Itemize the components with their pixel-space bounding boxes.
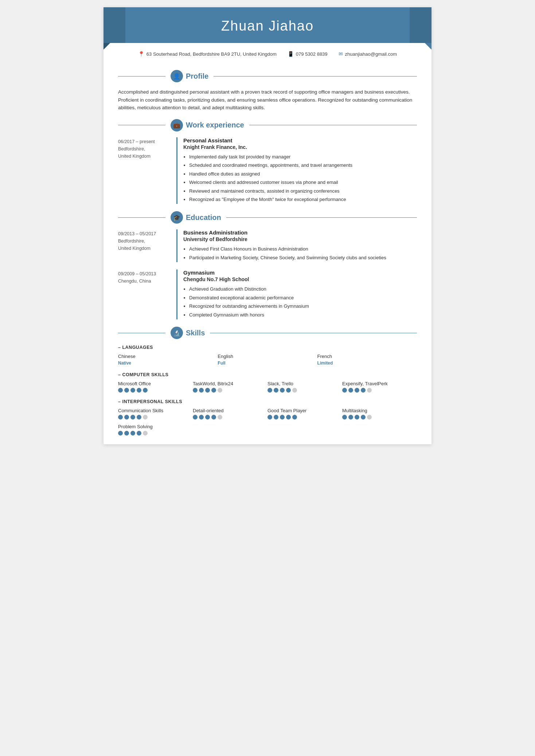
section-line-left-work [118,125,165,125]
work-icon: 💼 [171,119,183,131]
dot [130,388,135,393]
bullet: Demonstrated exceptional academic perfor… [189,294,417,302]
dot [124,431,129,436]
dot [280,415,285,420]
interpersonal-skills-title: INTERPERSONAL SKILLS [118,399,417,404]
lang-level-0: Native [118,361,131,366]
section-line-right-edu [226,217,417,218]
dot-empty [367,388,372,393]
edu-entry-1-date: 09/2009 – 05/2013Chengdu, China [118,269,169,319]
inter-item-2: Good Team Player [268,408,342,420]
candidate-name: Zhuan Jiahao [104,18,431,34]
inter-name-4: Problem Solving [118,424,153,429]
section-line-left-edu [118,217,165,218]
dot [205,388,210,393]
inter-dots-4 [118,431,148,436]
inter-name-0: Communication Skills [118,408,163,413]
address-item: 📍 63 Souterhead Road, Bedfordshire BA9 2… [138,51,277,57]
dot [348,388,353,393]
comp-item-1: TaskWorld, Bitrix24 [193,381,268,393]
work-entry-0-title: Personal Assistant [183,137,417,143]
bullet: Implemented daily task list provided by … [189,153,417,161]
dot [130,431,135,436]
computer-skills-title: COMPUTER SKILLS [118,372,417,377]
lang-item-0: Chinese Native [118,354,218,366]
dot [193,415,198,420]
dot-empty [218,388,222,393]
dot [361,415,366,420]
dot [211,388,216,393]
edu-entry-1-org: Chengdu No.7 High School [183,276,417,282]
profile-section-header: 👤 Profile [118,70,417,82]
dot [342,415,347,420]
inter-item-1: Detail-oriented [193,408,268,420]
languages-title: LANGUAGES [118,345,417,350]
contact-bar: 📍 63 Souterhead Road, Bedfordshire BA9 2… [104,43,431,63]
dot [118,431,123,436]
bullet: Reviewed and maintained contracts, assis… [189,187,417,195]
work-entry-0-date: 06/2017 – presentBedfordshire,United Kin… [118,137,169,204]
phone-item: 📱 079 5302 8839 [288,51,328,57]
dot [143,388,148,393]
dot [274,415,278,420]
dot [130,415,135,420]
work-section-header: 💼 Work experience [118,119,417,131]
bullet: Completed Gymnasium with honors [189,311,417,319]
work-entry-0: 06/2017 – presentBedfordshire,United Kin… [118,137,417,204]
dot [137,388,141,393]
section-line-right-work [249,125,417,125]
comp-name-2: Slack, Trello [268,381,293,386]
work-entry-0-content: Personal Assistant Knight Frank Finance,… [176,137,417,204]
section-line-right-skills [210,333,417,333]
work-entry-0-org: Knight Frank Finance, Inc. [183,144,417,150]
dot [286,388,291,393]
lang-item-2: French Limited [317,354,417,366]
dot-empty [292,388,297,393]
bullet: Welcomed clients and addressed customer … [189,178,417,186]
skills-section-header: 🔬 Skills [118,327,417,339]
ribbon-left [104,7,125,43]
languages-grid: Chinese Native English Full French Limit… [118,354,417,366]
lang-item-1: English Full [218,354,317,366]
dot [124,388,129,393]
edu-entry-1: 09/2009 – 05/2013Chengdu, China Gymnasiu… [118,269,417,319]
lang-level-2: Limited [317,361,333,366]
comp-name-1: TaskWorld, Bitrix24 [193,381,233,386]
comp-item-2: Slack, Trello [268,381,342,393]
edu-entry-0: 09/2013 – 05/2017Bedfordshire,United Kin… [118,229,417,262]
dot [355,388,359,393]
resume: Zhuan Jiahao 📍 63 Souterhead Road, Bedfo… [104,7,431,444]
email-text: zhuanjiahao@gmail.com [345,51,397,57]
comp-name-0: Microsoft Office [118,381,151,386]
dot [199,415,204,420]
profile-content: Accomplished and distinguished personal … [104,88,431,112]
dot [280,388,285,393]
dot [199,388,204,393]
comp-dots-1 [193,388,222,393]
profile-icon: 👤 [171,70,183,82]
comp-item-3: Expensify, TravelPerk [342,381,417,393]
languages-category: LANGUAGES Chinese Native English Full Fr… [118,345,417,366]
dot-empty [143,415,148,420]
inter-name-3: Multitasking [342,408,367,413]
dot-empty [218,415,222,420]
bullet: Recognized as "Employee of the Month" tw… [189,196,417,203]
section-line-right [214,76,417,76]
phone-icon: 📱 [288,51,294,57]
section-line-left [118,76,165,76]
dot-empty [143,431,148,436]
resume-header: Zhuan Jiahao [104,7,431,43]
location-icon: 📍 [138,51,144,57]
computer-skills-grid: Microsoft Office TaskWorld, Bitrix24 [118,381,417,393]
profile-title-box: 👤 Profile [165,70,214,82]
skills-content: LANGUAGES Chinese Native English Full Fr… [104,345,431,436]
skills-title-box: 🔬 Skills [165,327,210,339]
education-section-title: Education [186,213,221,222]
comp-dots-3 [342,388,372,393]
inter-name-1: Detail-oriented [193,408,224,413]
inter-dots-3 [342,415,372,420]
inter-item-4: Problem Solving [118,424,193,436]
dot [205,415,210,420]
phone-text: 079 5302 8839 [296,51,328,57]
work-title-box: 💼 Work experience [165,119,249,131]
